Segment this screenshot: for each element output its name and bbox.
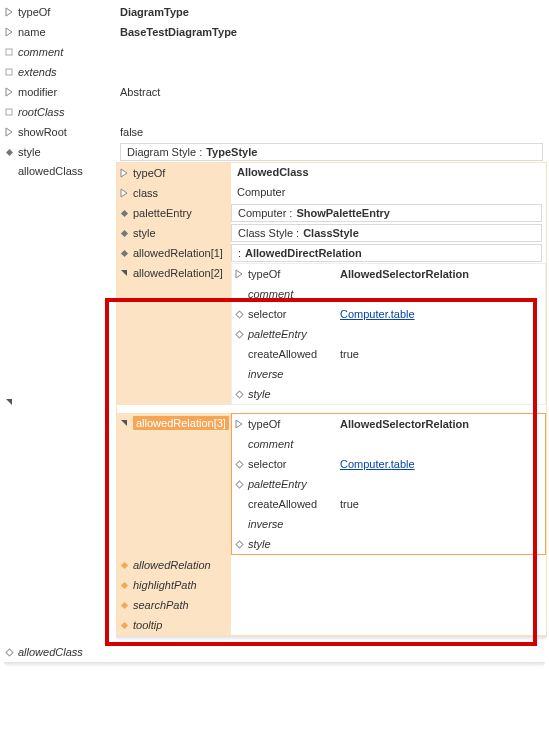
selector-link[interactable]: Computer.table <box>340 308 415 320</box>
prop-label: typeOf <box>246 418 336 430</box>
expand-icon[interactable] <box>2 87 16 97</box>
palette-prefix: Computer : <box>238 207 292 219</box>
diamond-icon[interactable] <box>232 479 246 489</box>
prop-value: true <box>336 498 545 510</box>
palette-value: ShowPaletteEntry <box>296 207 390 219</box>
diamond-icon[interactable] <box>232 539 246 549</box>
diamond-icon[interactable] <box>117 248 131 258</box>
prop-label: comment <box>16 46 116 58</box>
prop-label: name <box>16 26 116 38</box>
prop-label: typeOf <box>131 167 165 179</box>
palette-value-box[interactable]: Computer : ShowPaletteEntry <box>231 204 542 222</box>
style-value: TypeStyle <box>206 146 257 158</box>
ar1-value: AllowedDirectRelation <box>245 247 362 259</box>
prop-label: typeOf <box>246 268 336 280</box>
expand-icon[interactable] <box>2 127 16 137</box>
diamond-icon[interactable] <box>232 389 246 399</box>
prop-label: style <box>16 146 116 158</box>
prop-rootClass: rootClass <box>2 102 547 122</box>
prop-comment: comment <box>2 42 547 62</box>
diamond-icon[interactable] <box>117 560 131 570</box>
prop-label: createAllowed <box>246 498 336 510</box>
prop-value: Computer <box>231 183 546 203</box>
selector-link[interactable]: Computer.table <box>340 458 415 470</box>
prop-label: allowedRelation[1] <box>131 247 223 259</box>
prop-extends: extends <box>2 62 547 82</box>
style-value-box[interactable]: Diagram Style : TypeStyle <box>120 143 543 161</box>
prop-label: showRoot <box>16 126 116 138</box>
style-prefix: Diagram Style : <box>127 146 202 158</box>
checkbox-icon[interactable] <box>2 47 16 57</box>
prop-label: allowedRelation[2] <box>131 267 223 279</box>
prop-label: paletteEntry <box>131 207 192 219</box>
prop-label: extends <box>16 66 116 78</box>
prop-label: typeOf <box>16 6 116 18</box>
allowedClass-add[interactable]: allowedClass <box>2 642 547 662</box>
ar1-value-box[interactable]: : AllowedDirectRelation <box>231 244 542 262</box>
allowedRelation-2: allowedRelation[2] typeOfAllowedSelector… <box>117 263 546 405</box>
prop-label: comment <box>246 438 336 450</box>
diamond-icon[interactable] <box>117 600 131 610</box>
prop-name: name BaseTestDiagramType <box>2 22 547 42</box>
prop-label: inverse <box>246 518 336 530</box>
prop-label-selected: allowedRelation[3] <box>133 416 229 430</box>
prop-style: style Diagram Style : TypeStyle <box>2 142 547 162</box>
prop-label: style <box>131 227 156 239</box>
diamond-icon[interactable] <box>117 620 131 630</box>
expanded-icon[interactable] <box>2 162 16 642</box>
allowed-class-block: typeOf AllowedClass class Computer <box>116 162 547 636</box>
prop-label: comment <box>246 288 336 300</box>
expand-icon[interactable] <box>2 27 16 37</box>
expand-icon[interactable] <box>232 419 246 429</box>
expanded-icon[interactable] <box>117 418 131 428</box>
expanded-icon[interactable] <box>117 268 131 278</box>
prop-label: allowedRelation <box>131 559 211 571</box>
expand-icon[interactable] <box>117 168 131 178</box>
prop-label: rootClass <box>16 106 116 118</box>
diamond-icon[interactable] <box>232 329 246 339</box>
prop-label: style <box>246 388 336 400</box>
prop-label: modifier <box>16 86 116 98</box>
prop-value: AllowedSelectorRelation <box>336 418 545 430</box>
diamond-icon[interactable] <box>117 228 131 238</box>
relation-block-selected: typeOfAllowedSelectorRelation comment se… <box>231 413 546 555</box>
expand-icon[interactable] <box>232 269 246 279</box>
prop-label: highlightPath <box>131 579 197 591</box>
style-prefix: Class Style : <box>238 227 299 239</box>
prop-value: false <box>116 126 547 138</box>
prop-value: DiagramType <box>116 6 547 18</box>
diamond-icon[interactable] <box>232 459 246 469</box>
diamond-icon <box>2 647 16 657</box>
expand-icon[interactable] <box>117 188 131 198</box>
prop-label: searchPath <box>131 599 189 611</box>
prop-label: class <box>131 187 158 199</box>
prop-value: BaseTestDiagramType <box>116 26 547 38</box>
style-value: ClassStyle <box>303 227 359 239</box>
prop-showRoot: showRoot false <box>2 122 547 142</box>
allowedRelation-3-selected: allowedRelation[3] typeOfAllowedSelector… <box>117 413 546 555</box>
prop-label: paletteEntry <box>246 478 336 490</box>
checkbox-icon[interactable] <box>2 67 16 77</box>
diamond-icon[interactable] <box>232 309 246 319</box>
relation-block: typeOfAllowedSelectorRelation comment se… <box>231 263 546 405</box>
prop-label: inverse <box>246 368 336 380</box>
prop-label: paletteEntry <box>246 328 336 340</box>
prop-modifier: modifier Abstract <box>2 82 547 102</box>
prop-label: selector <box>246 458 336 470</box>
diamond-icon[interactable] <box>117 580 131 590</box>
prop-label: selector <box>246 308 336 320</box>
prop-allowedClass: allowedClass typeOf AllowedClass class <box>2 162 547 642</box>
diamond-icon[interactable] <box>117 208 131 218</box>
prop-value: Abstract <box>116 86 547 98</box>
expand-icon[interactable] <box>2 7 16 17</box>
prop-value: AllowedSelectorRelation <box>336 268 545 280</box>
prop-label: allowedClass <box>16 162 116 642</box>
diamond-icon[interactable] <box>2 147 16 157</box>
prop-label: style <box>246 538 336 550</box>
ar1-prefix: : <box>238 247 241 259</box>
classstyle-value-box[interactable]: Class Style : ClassStyle <box>231 224 542 242</box>
prop-label: createAllowed <box>246 348 336 360</box>
prop-typeOf: typeOf DiagramType <box>2 2 547 22</box>
checkbox-icon[interactable] <box>2 107 16 117</box>
prop-label: tooltip <box>131 619 162 631</box>
